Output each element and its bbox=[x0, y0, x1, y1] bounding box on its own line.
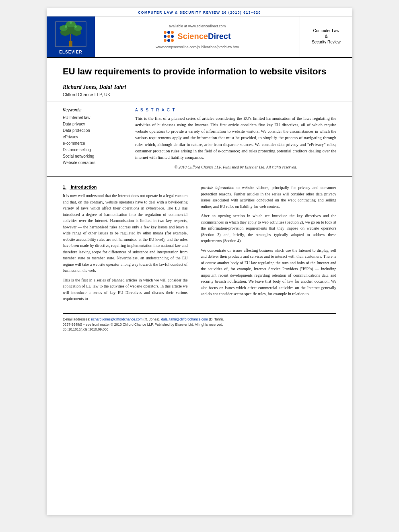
page: COMPUTER LAW & SECURITY REVIEW 26 (2010)… bbox=[47, 8, 352, 515]
abstract-body: This is the first of a planned series of… bbox=[135, 115, 336, 161]
section-1-para-4: After an opening section in which we int… bbox=[201, 213, 336, 244]
elsevier-logo-block: ELSEVIER bbox=[47, 16, 95, 57]
article-title: EU law requirements to provide informati… bbox=[63, 66, 336, 78]
section-1-para-5: We concentrate on issues affecting busin… bbox=[201, 247, 336, 297]
affiliation: Clifford Chance LLP, UK bbox=[63, 92, 336, 97]
header-area: ELSEVIER available at www.sciencedirect.… bbox=[47, 16, 352, 58]
keywords-column: Keywords: EU Internet law Data privacy D… bbox=[63, 108, 127, 170]
abstract-heading: A B S T R A C T bbox=[135, 108, 336, 112]
footer-email-2[interactable]: dalal.tahri@cliffordchance.com bbox=[161, 317, 208, 321]
svg-rect-0 bbox=[69, 41, 72, 47]
sd-dot-3 bbox=[171, 31, 174, 34]
footer-email-line: E-mail addresses: richard.jones@clifford… bbox=[63, 317, 336, 322]
sd-dot-6 bbox=[171, 35, 174, 38]
elsevier-brand-text: ELSEVIER bbox=[59, 50, 82, 54]
footer-author-2: D. Tahri bbox=[210, 317, 222, 321]
keyword-3: Data protection bbox=[63, 127, 120, 134]
authors: Richard Jones, Dalal Tahri bbox=[63, 84, 336, 90]
footer-author-1: R. Jones bbox=[145, 317, 158, 321]
keyword-8: Website operators bbox=[63, 160, 120, 166]
sd-dot-4 bbox=[164, 35, 167, 38]
article-header: EU law requirements to provide informati… bbox=[47, 58, 352, 101]
body-section: 1. Introduction It is now well understoo… bbox=[47, 177, 352, 305]
abstract-copyright: © 2010 Clifford Chance LLP. Published by… bbox=[135, 165, 336, 169]
svg-point-9 bbox=[74, 25, 77, 28]
sd-dot-7 bbox=[164, 39, 167, 42]
abstract-column: A B S T R A C T This is the first of a p… bbox=[135, 108, 336, 170]
sciencedirect-logo: ScienceDirect bbox=[164, 31, 230, 42]
journal-citation-bar: COMPUTER LAW & SECURITY REVIEW 26 (2010)… bbox=[47, 8, 352, 16]
keyword-6: Distance selling bbox=[63, 147, 120, 153]
keyword-1: EU Internet law bbox=[63, 115, 120, 121]
keyword-4: ePrivacy bbox=[63, 134, 120, 140]
sd-dot-2 bbox=[167, 31, 170, 34]
footer-area: E-mail addresses: richard.jones@clifford… bbox=[63, 313, 336, 335]
section-number: 1. bbox=[63, 185, 66, 189]
footer-doi: doi:10.1016/j.clsr.2010.09.006 bbox=[63, 327, 336, 332]
keyword-5: e-commerce bbox=[63, 140, 120, 147]
journal-citation: COMPUTER LAW & SECURITY REVIEW 26 (2010)… bbox=[138, 10, 261, 14]
section-1-heading: 1. Introduction bbox=[63, 185, 187, 189]
elsevier-tree-icon bbox=[55, 21, 87, 48]
sd-dots-icon bbox=[164, 31, 175, 42]
section-1-para-2: This is the first in a series of planned… bbox=[63, 277, 187, 302]
body-left-column: 1. Introduction It is now well understoo… bbox=[63, 185, 194, 305]
svg-point-8 bbox=[65, 25, 67, 28]
keyword-2: Data privacy bbox=[63, 121, 120, 127]
section-1-para-1: It is now well understood that the Inter… bbox=[63, 193, 187, 274]
section-title: Introduction bbox=[71, 185, 97, 189]
footer-email-1[interactable]: richard.jones@cliffordchance.com bbox=[91, 317, 142, 321]
header-right: Computer Law & Security Review bbox=[300, 16, 352, 57]
keyword-7: Social networking bbox=[63, 153, 120, 160]
sd-dot-8 bbox=[167, 39, 170, 42]
footer-email-label: E-mail addresses: bbox=[63, 317, 90, 321]
sd-dot-1 bbox=[164, 31, 167, 34]
sd-dot-5 bbox=[167, 35, 170, 38]
journal-title: Computer Law & Security Review bbox=[312, 28, 341, 45]
abstract-section: Keywords: EU Internet law Data privacy D… bbox=[47, 101, 352, 177]
sciencedirect-brand: ScienceDirect bbox=[177, 32, 230, 41]
section-1-para-3: provide information to website visitors,… bbox=[201, 185, 336, 210]
header-center: available at www.sciencedirect.com Scien… bbox=[95, 16, 300, 57]
body-right-column: provide information to website visitors,… bbox=[194, 185, 336, 305]
available-at-text: available at www.sciencedirect.com bbox=[169, 24, 226, 28]
keywords-list: EU Internet law Data privacy Data protec… bbox=[63, 115, 120, 166]
sd-dot-9 bbox=[171, 39, 174, 42]
keywords-label: Keywords: bbox=[63, 108, 120, 112]
website-url: www.compseconline.com/publications/prodc… bbox=[156, 45, 239, 49]
footer-price-note: 0267-3649/$ – see front matter © 2010 Cl… bbox=[63, 322, 336, 327]
